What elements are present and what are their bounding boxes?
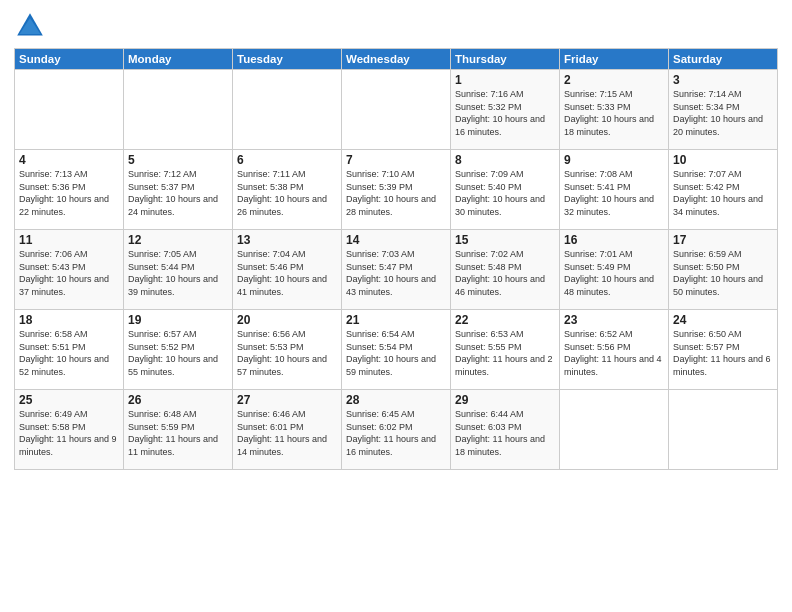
- calendar-cell: 15Sunrise: 7:02 AM Sunset: 5:48 PM Dayli…: [451, 230, 560, 310]
- calendar-cell: [15, 70, 124, 150]
- calendar-cell: [342, 70, 451, 150]
- day-info: Sunrise: 6:44 AM Sunset: 6:03 PM Dayligh…: [455, 408, 555, 458]
- calendar-cell: 29Sunrise: 6:44 AM Sunset: 6:03 PM Dayli…: [451, 390, 560, 470]
- calendar-cell: 28Sunrise: 6:45 AM Sunset: 6:02 PM Dayli…: [342, 390, 451, 470]
- day-number: 14: [346, 233, 446, 247]
- day-info: Sunrise: 6:59 AM Sunset: 5:50 PM Dayligh…: [673, 248, 773, 298]
- day-number: 9: [564, 153, 664, 167]
- day-info: Sunrise: 6:49 AM Sunset: 5:58 PM Dayligh…: [19, 408, 119, 458]
- calendar-cell: 24Sunrise: 6:50 AM Sunset: 5:57 PM Dayli…: [669, 310, 778, 390]
- day-number: 17: [673, 233, 773, 247]
- day-info: Sunrise: 7:13 AM Sunset: 5:36 PM Dayligh…: [19, 168, 119, 218]
- logo-icon: [14, 10, 46, 42]
- calendar-cell: 26Sunrise: 6:48 AM Sunset: 5:59 PM Dayli…: [124, 390, 233, 470]
- day-number: 6: [237, 153, 337, 167]
- day-number: 3: [673, 73, 773, 87]
- calendar-cell: 13Sunrise: 7:04 AM Sunset: 5:46 PM Dayli…: [233, 230, 342, 310]
- day-info: Sunrise: 7:06 AM Sunset: 5:43 PM Dayligh…: [19, 248, 119, 298]
- calendar-cell: [124, 70, 233, 150]
- day-number: 13: [237, 233, 337, 247]
- day-info: Sunrise: 6:52 AM Sunset: 5:56 PM Dayligh…: [564, 328, 664, 378]
- day-info: Sunrise: 7:03 AM Sunset: 5:47 PM Dayligh…: [346, 248, 446, 298]
- day-info: Sunrise: 6:57 AM Sunset: 5:52 PM Dayligh…: [128, 328, 228, 378]
- calendar-week-row: 1Sunrise: 7:16 AM Sunset: 5:32 PM Daylig…: [15, 70, 778, 150]
- calendar-cell: 21Sunrise: 6:54 AM Sunset: 5:54 PM Dayli…: [342, 310, 451, 390]
- calendar-cell: [669, 390, 778, 470]
- calendar-cell: 7Sunrise: 7:10 AM Sunset: 5:39 PM Daylig…: [342, 150, 451, 230]
- calendar-cell: 10Sunrise: 7:07 AM Sunset: 5:42 PM Dayli…: [669, 150, 778, 230]
- day-info: Sunrise: 7:07 AM Sunset: 5:42 PM Dayligh…: [673, 168, 773, 218]
- day-info: Sunrise: 7:10 AM Sunset: 5:39 PM Dayligh…: [346, 168, 446, 218]
- day-info: Sunrise: 7:09 AM Sunset: 5:40 PM Dayligh…: [455, 168, 555, 218]
- calendar-cell: 2Sunrise: 7:15 AM Sunset: 5:33 PM Daylig…: [560, 70, 669, 150]
- calendar-cell: 18Sunrise: 6:58 AM Sunset: 5:51 PM Dayli…: [15, 310, 124, 390]
- calendar-cell: 25Sunrise: 6:49 AM Sunset: 5:58 PM Dayli…: [15, 390, 124, 470]
- calendar-cell: [233, 70, 342, 150]
- calendar-cell: 20Sunrise: 6:56 AM Sunset: 5:53 PM Dayli…: [233, 310, 342, 390]
- day-number: 8: [455, 153, 555, 167]
- day-info: Sunrise: 6:53 AM Sunset: 5:55 PM Dayligh…: [455, 328, 555, 378]
- calendar-cell: 3Sunrise: 7:14 AM Sunset: 5:34 PM Daylig…: [669, 70, 778, 150]
- day-number: 16: [564, 233, 664, 247]
- calendar-cell: 19Sunrise: 6:57 AM Sunset: 5:52 PM Dayli…: [124, 310, 233, 390]
- day-info: Sunrise: 7:01 AM Sunset: 5:49 PM Dayligh…: [564, 248, 664, 298]
- day-info: Sunrise: 7:12 AM Sunset: 5:37 PM Dayligh…: [128, 168, 228, 218]
- page-container: SundayMondayTuesdayWednesdayThursdayFrid…: [0, 0, 792, 478]
- weekday-header: Saturday: [669, 49, 778, 70]
- day-number: 21: [346, 313, 446, 327]
- day-info: Sunrise: 6:48 AM Sunset: 5:59 PM Dayligh…: [128, 408, 228, 458]
- weekday-header: Friday: [560, 49, 669, 70]
- calendar-cell: 27Sunrise: 6:46 AM Sunset: 6:01 PM Dayli…: [233, 390, 342, 470]
- calendar-table: SundayMondayTuesdayWednesdayThursdayFrid…: [14, 48, 778, 470]
- day-number: 28: [346, 393, 446, 407]
- calendar-cell: [560, 390, 669, 470]
- calendar-cell: 16Sunrise: 7:01 AM Sunset: 5:49 PM Dayli…: [560, 230, 669, 310]
- day-number: 4: [19, 153, 119, 167]
- calendar-cell: 14Sunrise: 7:03 AM Sunset: 5:47 PM Dayli…: [342, 230, 451, 310]
- calendar-cell: 22Sunrise: 6:53 AM Sunset: 5:55 PM Dayli…: [451, 310, 560, 390]
- header: [14, 10, 778, 42]
- calendar-cell: 11Sunrise: 7:06 AM Sunset: 5:43 PM Dayli…: [15, 230, 124, 310]
- calendar-cell: 5Sunrise: 7:12 AM Sunset: 5:37 PM Daylig…: [124, 150, 233, 230]
- day-info: Sunrise: 7:02 AM Sunset: 5:48 PM Dayligh…: [455, 248, 555, 298]
- day-number: 19: [128, 313, 228, 327]
- day-number: 25: [19, 393, 119, 407]
- weekday-header: Wednesday: [342, 49, 451, 70]
- calendar-cell: 1Sunrise: 7:16 AM Sunset: 5:32 PM Daylig…: [451, 70, 560, 150]
- day-number: 2: [564, 73, 664, 87]
- day-number: 29: [455, 393, 555, 407]
- day-info: Sunrise: 6:56 AM Sunset: 5:53 PM Dayligh…: [237, 328, 337, 378]
- day-number: 10: [673, 153, 773, 167]
- day-info: Sunrise: 7:15 AM Sunset: 5:33 PM Dayligh…: [564, 88, 664, 138]
- calendar-week-row: 11Sunrise: 7:06 AM Sunset: 5:43 PM Dayli…: [15, 230, 778, 310]
- calendar-cell: 12Sunrise: 7:05 AM Sunset: 5:44 PM Dayli…: [124, 230, 233, 310]
- day-info: Sunrise: 6:50 AM Sunset: 5:57 PM Dayligh…: [673, 328, 773, 378]
- day-info: Sunrise: 6:58 AM Sunset: 5:51 PM Dayligh…: [19, 328, 119, 378]
- day-number: 12: [128, 233, 228, 247]
- calendar-cell: 4Sunrise: 7:13 AM Sunset: 5:36 PM Daylig…: [15, 150, 124, 230]
- calendar-week-row: 25Sunrise: 6:49 AM Sunset: 5:58 PM Dayli…: [15, 390, 778, 470]
- day-info: Sunrise: 6:45 AM Sunset: 6:02 PM Dayligh…: [346, 408, 446, 458]
- weekday-header: Tuesday: [233, 49, 342, 70]
- day-info: Sunrise: 7:14 AM Sunset: 5:34 PM Dayligh…: [673, 88, 773, 138]
- logo: [14, 10, 50, 42]
- calendar-cell: 17Sunrise: 6:59 AM Sunset: 5:50 PM Dayli…: [669, 230, 778, 310]
- calendar-cell: 9Sunrise: 7:08 AM Sunset: 5:41 PM Daylig…: [560, 150, 669, 230]
- day-number: 27: [237, 393, 337, 407]
- calendar-cell: 23Sunrise: 6:52 AM Sunset: 5:56 PM Dayli…: [560, 310, 669, 390]
- day-info: Sunrise: 7:08 AM Sunset: 5:41 PM Dayligh…: [564, 168, 664, 218]
- day-number: 1: [455, 73, 555, 87]
- day-number: 5: [128, 153, 228, 167]
- day-info: Sunrise: 6:46 AM Sunset: 6:01 PM Dayligh…: [237, 408, 337, 458]
- day-info: Sunrise: 7:05 AM Sunset: 5:44 PM Dayligh…: [128, 248, 228, 298]
- calendar-cell: 6Sunrise: 7:11 AM Sunset: 5:38 PM Daylig…: [233, 150, 342, 230]
- day-number: 22: [455, 313, 555, 327]
- day-number: 26: [128, 393, 228, 407]
- day-info: Sunrise: 6:54 AM Sunset: 5:54 PM Dayligh…: [346, 328, 446, 378]
- weekday-header: Sunday: [15, 49, 124, 70]
- day-info: Sunrise: 7:11 AM Sunset: 5:38 PM Dayligh…: [237, 168, 337, 218]
- day-info: Sunrise: 7:04 AM Sunset: 5:46 PM Dayligh…: [237, 248, 337, 298]
- day-number: 11: [19, 233, 119, 247]
- weekday-header-row: SundayMondayTuesdayWednesdayThursdayFrid…: [15, 49, 778, 70]
- weekday-header: Monday: [124, 49, 233, 70]
